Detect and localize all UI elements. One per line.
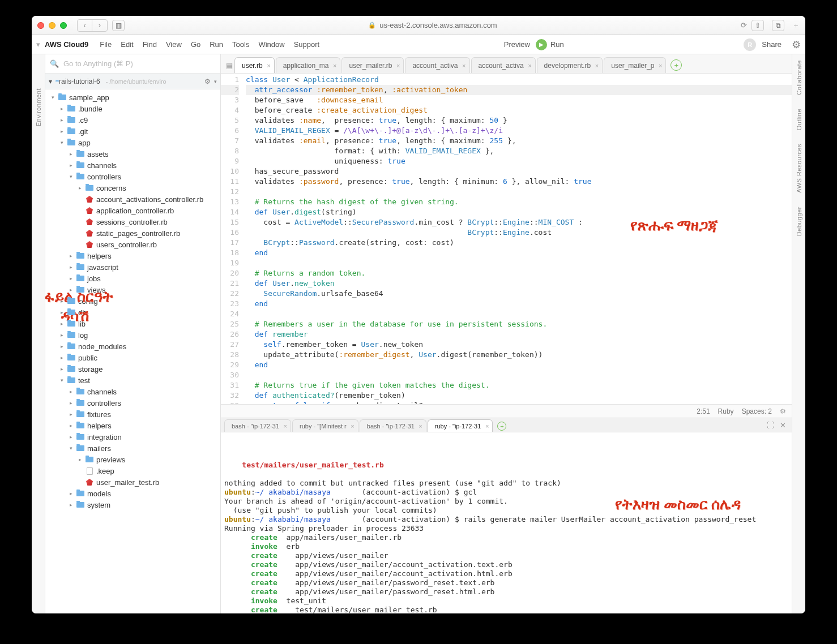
tree-folder[interactable]: ▸channels xyxy=(45,386,220,397)
tree-folder[interactable]: ▸system xyxy=(45,499,220,510)
file-tree[interactable]: የፋይል ስርዓት ዳሳሽ ▾sample_app▸.bundle▸.c9▸.g… xyxy=(45,89,220,613)
run-button[interactable]: ▶ Run xyxy=(536,39,564,50)
tree-folder[interactable]: ▾controllers xyxy=(45,171,220,182)
tree-folder[interactable]: ▸views xyxy=(45,284,220,295)
rightpanel-aws-resources[interactable]: AWS Resources xyxy=(796,144,802,193)
terminal-tab[interactable]: bash - "ip-172-31× xyxy=(360,419,426,432)
sidebar-toggle-icon[interactable]: ▥ xyxy=(112,20,125,31)
menu-run[interactable]: Run xyxy=(205,38,228,51)
tree-folder[interactable]: ▸previews xyxy=(45,454,220,465)
close-tab-icon[interactable]: × xyxy=(396,62,400,69)
tree-folder[interactable]: ▸config xyxy=(45,295,220,307)
rightpanel-debugger[interactable]: Debugger xyxy=(796,207,802,236)
close-panel-icon[interactable]: ✕ xyxy=(780,421,786,430)
tree-folder[interactable]: ▾sample_app xyxy=(45,92,220,103)
tree-file[interactable]: static_pages_controller.rb xyxy=(45,227,220,239)
gear-icon[interactable]: ⚙ xyxy=(792,38,801,51)
tree-folder[interactable]: ▸assets xyxy=(45,148,220,160)
menu-support[interactable]: Support xyxy=(289,38,324,51)
add-tab-button[interactable]: + xyxy=(671,59,682,71)
new-tab-icon[interactable]: ＋ xyxy=(792,20,800,31)
preview-button[interactable]: Preview xyxy=(504,40,530,49)
menu-tools[interactable]: Tools xyxy=(228,38,254,51)
tree-folder[interactable]: ▸integration xyxy=(45,431,220,443)
language-mode[interactable]: Ruby xyxy=(718,407,734,415)
tree-folder[interactable]: ▸db xyxy=(45,307,220,318)
add-terminal-tab-button[interactable]: + xyxy=(497,422,506,431)
tree-folder[interactable]: ▸public xyxy=(45,352,220,363)
indent-mode[interactable]: Spaces: 2 xyxy=(742,407,772,415)
editor-tab[interactable]: development.rb× xyxy=(537,57,603,73)
editor-tab[interactable]: account_activa× xyxy=(405,57,469,73)
tree-folder[interactable]: ▸.bundle xyxy=(45,103,220,114)
tree-folder[interactable]: ▸javascript xyxy=(45,261,220,273)
close-tab-icon[interactable]: × xyxy=(462,62,466,69)
avatar[interactable]: R xyxy=(744,38,756,51)
tree-folder[interactable]: ▸node_modules xyxy=(45,341,220,352)
tree-folder[interactable]: ▸jobs xyxy=(45,273,220,284)
share-icon[interactable]: ⇧ xyxy=(751,20,764,31)
maximize-panel-icon[interactable]: ⛶ xyxy=(767,421,774,430)
code-content[interactable]: class User < ApplicationRecord attr_acce… xyxy=(244,74,792,404)
close-tab-icon[interactable]: × xyxy=(418,423,422,430)
editor-tab[interactable]: user_mailer_p× xyxy=(604,57,666,73)
reload-icon[interactable]: ⟳ xyxy=(741,21,747,29)
nav-forward-button[interactable]: › xyxy=(92,20,107,31)
menu-view[interactable]: View xyxy=(161,38,186,51)
close-tab-icon[interactable]: × xyxy=(351,423,354,430)
terminal-tab[interactable]: bash - "ip-172-31× xyxy=(224,419,291,432)
goto-anything-input[interactable] xyxy=(63,59,216,68)
editor-tab[interactable]: application_ma× xyxy=(276,57,341,73)
tabs-icon[interactable]: ⧉ xyxy=(772,20,784,31)
menu-edit[interactable]: Edit xyxy=(116,38,138,51)
nav-back-button[interactable]: ‹ xyxy=(78,20,92,31)
tree-folder[interactable]: ▾app xyxy=(45,137,220,148)
code-editor[interactable]: 1234567891011121314151617181920212223242… xyxy=(221,74,792,404)
rightpanel-collaborate[interactable]: Collaborate xyxy=(796,60,802,95)
editor-tab[interactable]: user_mailer.rb× xyxy=(341,57,404,73)
tree-folder[interactable]: ▸.c9 xyxy=(45,114,220,126)
menu-file[interactable]: File xyxy=(95,38,116,51)
close-tab-icon[interactable]: × xyxy=(333,62,336,69)
tree-folder[interactable]: ▸channels xyxy=(45,160,220,171)
editor-tab[interactable]: user.rb× xyxy=(234,57,275,73)
close-tab-icon[interactable]: × xyxy=(528,62,531,69)
editor-tab[interactable]: account_activa× xyxy=(471,57,536,73)
tree-folder[interactable]: ▸log xyxy=(45,329,220,341)
close-tab-icon[interactable]: × xyxy=(267,62,270,69)
menu-window[interactable]: Window xyxy=(254,38,289,51)
terminal-panel[interactable]: የትእዛዝ መስመር ሰሌዳ test/mailers/user_mailer_… xyxy=(221,432,792,613)
terminal-tab[interactable]: ruby - "[Minitest r× xyxy=(292,419,358,432)
tree-folder[interactable]: ▸fixtures xyxy=(45,409,220,420)
close-tab-icon[interactable]: × xyxy=(659,62,662,69)
menu-find[interactable]: Find xyxy=(138,38,161,51)
share-button[interactable]: Share xyxy=(757,38,786,51)
gear-icon[interactable]: ⚙ xyxy=(780,407,786,415)
maximize-window-button[interactable] xyxy=(60,22,67,29)
tree-file[interactable]: user_mailer_test.rb xyxy=(45,476,220,488)
tree-folder[interactable]: ▸controllers xyxy=(45,397,220,409)
tree-folder[interactable]: ▸models xyxy=(45,488,220,499)
tree-folder[interactable]: ▸.git xyxy=(45,126,220,137)
tree-folder[interactable]: ▸storage xyxy=(45,363,220,375)
tree-file[interactable]: users_controller.rb xyxy=(45,239,220,250)
tree-file[interactable]: .keep xyxy=(45,465,220,476)
tree-file[interactable]: sessions_controller.rb xyxy=(45,216,220,227)
tree-file[interactable]: application_controller.rb xyxy=(45,205,220,216)
tree-folder[interactable]: ▸helpers xyxy=(45,420,220,431)
address-bar[interactable]: 🔒 us-east-2.console.aws.amazon.com xyxy=(129,21,736,29)
tree-folder[interactable]: ▸helpers xyxy=(45,250,220,261)
tree-folder[interactable]: ▾test xyxy=(45,375,220,386)
tree-folder[interactable]: ▾mailers xyxy=(45,443,220,454)
project-header[interactable]: ▾ rails-tutorial-6 - /home/ubuntu/enviro… xyxy=(45,74,220,89)
gear-icon[interactable]: ⚙ xyxy=(204,78,211,85)
close-tab-icon[interactable]: × xyxy=(485,423,489,430)
cloud9-menu-icon[interactable]: ▾ xyxy=(36,40,40,49)
minimize-window-button[interactable] xyxy=(49,22,55,29)
tree-folder[interactable]: ▸concerns xyxy=(45,182,220,194)
close-tab-icon[interactable]: × xyxy=(595,62,599,69)
tree-file[interactable]: account_activations_controller.rb xyxy=(45,194,220,205)
terminal-tab[interactable]: ruby - "ip-172-31× xyxy=(428,419,493,432)
menu-go[interactable]: Go xyxy=(186,38,205,51)
rightpanel-outline[interactable]: Outline xyxy=(796,109,802,130)
